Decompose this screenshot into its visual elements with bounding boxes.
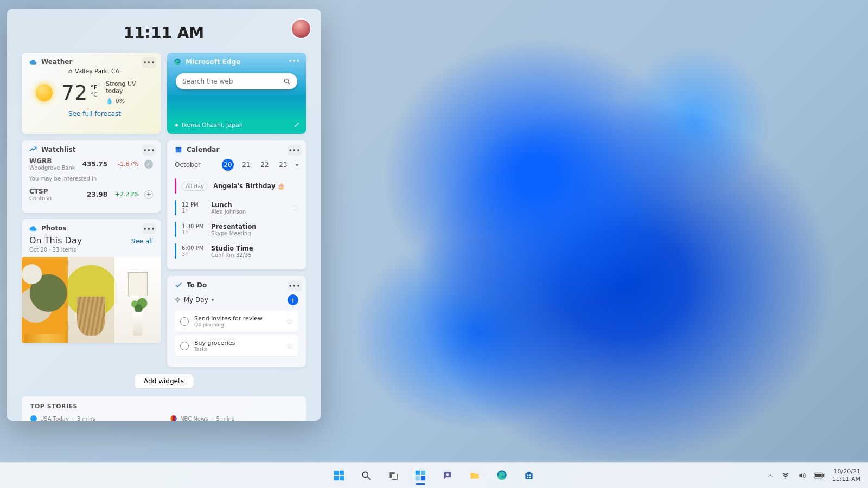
store-button[interactable] (518, 465, 540, 486)
event-time: All day (182, 182, 208, 191)
calendar-day[interactable]: 20 (222, 159, 234, 171)
watchlist-row[interactable]: WGRB Woodgrove Bank 435.75 -1.67% ✓ (29, 153, 153, 175)
calendar-day[interactable]: 21 (240, 161, 252, 169)
weather-widget[interactable]: Weather ••• Valley Park, CA 72 °F °C Str… (22, 53, 161, 134)
calendar-month[interactable]: October (175, 161, 201, 169)
svg-rect-24 (529, 477, 531, 478)
weather-icon (29, 58, 37, 66)
widgets-button[interactable] (410, 465, 431, 486)
calendar-day[interactable]: 22 (259, 161, 271, 169)
start-button[interactable] (328, 465, 350, 486)
event-drag-handle[interactable]: ⋮⋮ (293, 204, 298, 211)
taskbar-pins (328, 465, 540, 486)
todo-checkbox[interactable] (180, 342, 189, 350)
ticker-symbol: CTSP (29, 188, 52, 195)
battery-icon[interactable] (814, 472, 825, 479)
calendar-event[interactable]: 12 PM 1h Lunch Alex Johnson ⋮⋮ (175, 197, 298, 219)
watchlist-row[interactable]: CTSP Contoso 23.98 +2.23% + (29, 184, 153, 205)
file-explorer-button[interactable] (464, 465, 486, 486)
edge-search-box[interactable] (176, 73, 297, 89)
ticker-name: Woodgrove Bank (29, 165, 75, 171)
watchlist-more-button[interactable]: ••• (142, 145, 156, 156)
weather-location: Valley Park, CA (68, 68, 153, 75)
svg-line-10 (368, 477, 371, 479)
photos-more-button[interactable]: ••• (142, 223, 156, 234)
edge-icon (174, 58, 181, 66)
search-icon[interactable] (283, 78, 291, 85)
event-time: 6:00 PM (182, 245, 206, 251)
svg-rect-21 (527, 474, 529, 476)
todo-add-button[interactable]: + (288, 294, 298, 305)
wifi-icon[interactable] (781, 472, 790, 479)
todo-list-selector[interactable]: My Day (184, 296, 208, 304)
todo-item-sub: Tasks (194, 346, 235, 352)
edge-search-input[interactable] (182, 78, 279, 85)
event-color-bar (175, 243, 176, 259)
calendar-event[interactable]: 1:30 PM 1h Presentation Skype Meeting (175, 219, 298, 240)
unit-c[interactable]: °C (91, 92, 97, 98)
photo-thumbnails[interactable] (22, 257, 161, 343)
calendar-day[interactable]: 23 (277, 161, 289, 169)
calendar-event[interactable]: 6:00 PM 3h Studio Time Conf Rm 32/35 (175, 240, 298, 262)
photo-thumb[interactable] (22, 257, 68, 343)
calendar-title: Calendar (187, 146, 219, 153)
search-button[interactable] (355, 465, 377, 486)
photo-thumb[interactable] (114, 257, 161, 343)
tray-clock[interactable]: 10/20/21 11:11 AM (832, 468, 860, 482)
svg-rect-13 (416, 470, 420, 474)
todo-widget[interactable]: To Do ••• ☼ My Day ▾ + Send invites for … (167, 276, 306, 367)
weather-title: Weather (41, 58, 72, 66)
ticker-added-icon[interactable]: ✓ (144, 160, 153, 169)
event-title: Lunch (211, 201, 246, 209)
ticker-add-button[interactable]: + (144, 190, 153, 199)
photos-see-all-link[interactable]: See all (131, 237, 153, 245)
calendar-more-button[interactable]: ••• (288, 145, 302, 156)
photos-widget[interactable]: Photos ••• On This Day See all Oct 20 · … (22, 219, 161, 343)
chevron-down-icon[interactable]: ▾ (212, 297, 214, 303)
expand-icon[interactable]: ⤢ (294, 121, 299, 129)
system-tray: 10/20/21 11:11 AM (767, 468, 860, 482)
chat-button[interactable] (437, 465, 458, 486)
todo-item-title: Send invites for review (194, 315, 263, 322)
weather-more-button[interactable]: ••• (142, 57, 156, 68)
add-widgets-button[interactable]: Add widgets (135, 374, 193, 389)
star-icon[interactable]: ☆ (286, 317, 293, 326)
see-forecast-link[interactable]: See full forecast (68, 110, 153, 118)
todo-item[interactable]: Send invites for review Q4 planning ☆ (175, 311, 298, 332)
watchlist-widget[interactable]: Watchlist ••• WGRB Woodgrove Bank 435.75… (22, 140, 161, 213)
volume-icon[interactable] (797, 472, 806, 479)
svg-rect-7 (334, 476, 339, 480)
svg-point-9 (362, 472, 368, 477)
svg-rect-14 (421, 470, 425, 474)
photos-title: Photos (41, 224, 67, 232)
event-color-bar (175, 178, 176, 194)
edge-widget[interactable]: Microsoft Edge ••• Ikema Ohashi, Japan ⤢ (167, 53, 306, 134)
chevron-down-icon[interactable]: ▾ (296, 162, 298, 168)
calendar-event[interactable]: All day Angela's Birthday 🎂 (175, 175, 298, 197)
ticker-price: 23.98 (87, 191, 107, 198)
todo-item[interactable]: Buy groceries Tasks ☆ (175, 335, 298, 356)
svg-rect-8 (340, 476, 344, 480)
svg-rect-20 (527, 472, 531, 473)
sun-outline-icon: ☼ (175, 296, 181, 304)
edge-button[interactable] (491, 465, 513, 486)
photo-thumb[interactable] (68, 257, 114, 343)
tray-overflow-icon[interactable] (767, 472, 774, 479)
edge-more-button[interactable]: ••• (289, 58, 301, 64)
profile-avatar[interactable] (292, 20, 310, 38)
event-subtitle: Alex Johnson (211, 209, 246, 215)
news-story[interactable]: USA Today · 3 mins One of the smallest b… (30, 415, 157, 421)
stocks-icon (29, 146, 37, 153)
ticker-price: 435.75 (82, 160, 107, 168)
edge-title: Microsoft Edge (186, 58, 240, 66)
unit-f[interactable]: °F (91, 85, 97, 91)
svg-point-17 (446, 473, 449, 476)
top-stories-title: TOP STORIES (30, 403, 297, 410)
task-view-button[interactable] (382, 465, 404, 486)
todo-checkbox[interactable] (180, 317, 189, 326)
todo-item-title: Buy groceries (194, 339, 235, 346)
news-story[interactable]: NBC News · 5 mins Are coffee naps the an… (170, 415, 297, 421)
star-icon[interactable]: ☆ (286, 342, 293, 350)
todo-more-button[interactable]: ••• (288, 280, 302, 291)
calendar-widget[interactable]: Calendar ••• October 20 21 22 23 ▾ All d… (167, 140, 306, 269)
